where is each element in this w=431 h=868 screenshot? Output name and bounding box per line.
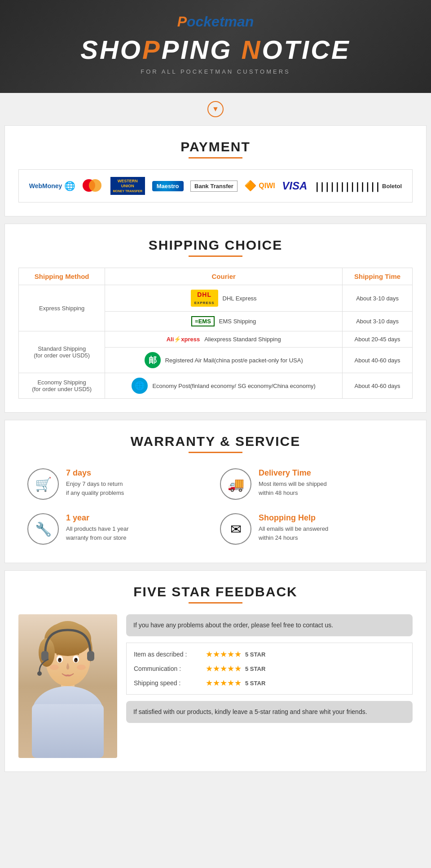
star-badge-described: 5 STAR [245, 651, 265, 658]
person-illustration [21, 614, 115, 758]
svg-point-12 [75, 658, 77, 660]
stars-shipping: ★★★★★ [206, 678, 242, 688]
method-economy: Economy Shipping (for order under USD5) [19, 373, 105, 399]
economy-label: Economy Post(finland economy/ SG economy… [152, 383, 315, 389]
method-standard: Standard Shipping (for order over USD5) [19, 331, 105, 373]
star-badge-communication: 5 STAR [245, 665, 265, 672]
maestro-label: Maestro [152, 181, 184, 191]
time-dhl: About 3-10 days [343, 285, 413, 312]
time-economy: About 40-60 days [343, 373, 413, 399]
webmoney-label: WebMoney [29, 182, 62, 189]
header-subtitle: FOR ALL POCKETMAN CUSTOMERS [9, 68, 422, 75]
feedback-title: FIVE STAR FEEDBACK [18, 584, 413, 599]
warranty-help-title: Shopping Help [259, 513, 328, 523]
shipping-underline [189, 256, 242, 257]
qiwi-label: QIWI [259, 182, 275, 190]
time-ali: About 20-45 days [343, 331, 413, 348]
rating-row-shipping: Shipping speed : ★★★★★ 5 STAR [134, 678, 405, 688]
arrow-divider: ▼ [0, 93, 431, 125]
chinapost-icon: 邮 [145, 352, 161, 368]
warranty-item-delivery: 🚚 Delivery Time Most items will be shipp… [220, 468, 404, 500]
rating-label-communication: Communication : [134, 665, 206, 672]
svg-rect-14 [87, 651, 94, 661]
ratings-box: Item as described : ★★★★★ 5 STAR Communi… [126, 643, 413, 695]
warranty-help-desc: All emails will be answeredwithin 24 hou… [259, 524, 328, 542]
shipping-table: Shipping Method Courier Shipping Time Ex… [18, 268, 413, 399]
shipping-section: SHIPPING CHOICE Shipping Method Courier … [4, 224, 427, 413]
courier-dhl: DHLEXPRESS DHL Express [105, 285, 343, 312]
payment-bank-transfer: Bank Transfer [190, 181, 237, 192]
payment-section: PAYMENT WebMoney 🌐 WESTERNUNIONMONEY TRA… [4, 125, 427, 216]
boletol-barcode: ||||||||||||| [314, 181, 380, 192]
ems-label: EMS Shipping [219, 318, 256, 325]
person-photo [18, 614, 117, 758]
payment-mastercard [83, 179, 103, 193]
payment-title: PAYMENT [18, 139, 413, 154]
qiwi-icon: 🔶 [244, 180, 256, 192]
table-row: Express Shipping DHLEXPRESS DHL Express … [19, 285, 413, 312]
payment-visa: VISA [282, 180, 307, 192]
highlight-p: P [142, 35, 162, 64]
time-ems: About 3-10 days [343, 312, 413, 331]
col-time: Shipping Time [343, 268, 413, 285]
bank-transfer-label: Bank Transfer [190, 181, 237, 192]
ali-badge: Ali⚡xpress [167, 336, 200, 343]
col-courier: Courier [105, 268, 343, 285]
warranty-item-help: ✉ Shopping Help All emails will be answe… [220, 513, 404, 545]
arrow-circle-icon: ▼ [207, 101, 224, 117]
feedback-underline [189, 602, 242, 604]
warranty-return-text: 7 days Enjoy 7 days to returnif any qual… [66, 468, 124, 497]
table-row: Standard Shipping (for order over USD5) … [19, 331, 413, 348]
rating-row-communication: Communication : ★★★★★ 5 STAR [134, 664, 405, 674]
payment-maestro: Maestro [152, 181, 184, 191]
warranty-mail-icon: ✉ [220, 513, 251, 545]
feedback-right: If you have any problems about the order… [126, 614, 413, 758]
col-method: Shipping Method [19, 268, 105, 285]
payment-boletol: ||||||||||||| Boletol [314, 181, 402, 192]
time-chinapost: About 40-60 days [343, 348, 413, 373]
feedback-content: If you have any problems about the order… [18, 614, 413, 758]
warranty-item-return: 🛒 7 days Enjoy 7 days to returnif any qu… [27, 468, 211, 500]
payment-qiwi: 🔶 QIWI [244, 180, 275, 192]
courier-chinapost: 邮 Registered Air Mail(china post/e packe… [105, 348, 343, 373]
chinapost-label: Registered Air Mail(china post/e packet-… [165, 357, 303, 364]
un-icon: 🌐 [132, 378, 148, 394]
webmoney-globe-icon: 🌐 [64, 181, 75, 191]
method-express: Express Shipping [19, 285, 105, 331]
feedback-section: FIVE STAR FEEDBACK [4, 570, 427, 772]
stars-described: ★★★★★ [206, 649, 242, 659]
warranty-title: WARRANTY & SERVICE [18, 434, 413, 449]
warranty-cart-icon: 🛒 [27, 468, 59, 500]
payment-underline [189, 157, 242, 159]
feedback-bubble-bottom: If satisfied with our products, kindly l… [126, 701, 413, 723]
svg-point-16 [50, 665, 59, 670]
warranty-delivery-text: Delivery Time Most items will be shipped… [259, 468, 327, 497]
stars-communication: ★★★★★ [206, 664, 242, 674]
dhl-label: DHL Express [223, 295, 257, 302]
dhl-badge: DHLEXPRESS [191, 290, 218, 307]
warranty-year-text: 1 year All products have 1 yearwarranty … [66, 513, 128, 542]
warranty-grid: 🛒 7 days Enjoy 7 days to returnif any qu… [18, 464, 413, 549]
brand-name: ocketman [187, 13, 254, 30]
warranty-tools-icon: 🔧 [27, 513, 59, 545]
warranty-delivery-title: Delivery Time [259, 468, 327, 478]
svg-point-15 [37, 671, 42, 676]
boletol-label: Boletol [382, 183, 402, 189]
courier-economy: 🌐 Economy Post(finland economy/ SG econo… [105, 373, 343, 399]
warranty-underline [189, 452, 242, 453]
ems-badge: ≡EMS [191, 316, 215, 326]
warranty-item-warranty: 🔧 1 year All products have 1 yearwarrant… [27, 513, 211, 545]
mastercard-logo [83, 179, 103, 193]
highlight-n: N [242, 35, 262, 64]
payment-western-union: WESTERNUNIONMONEY TRANSFER [110, 177, 145, 195]
western-union-label: WESTERNUNIONMONEY TRANSFER [110, 177, 145, 195]
svg-rect-3 [32, 704, 104, 758]
main-title: SHOPPING NOTICE [9, 35, 422, 65]
rating-row-described: Item as described : ★★★★★ 5 STAR [134, 649, 405, 659]
courier-aliexpress: Ali⚡xpress Aliexpress Standard Shipping [105, 331, 343, 348]
svg-point-17 [77, 665, 86, 670]
brand-logo: Pocketman [177, 13, 254, 30]
rating-label-shipping: Shipping speed : [134, 679, 206, 687]
header-section: Pocketman SHOPPING NOTICE FOR ALL POCKET… [0, 0, 431, 93]
warranty-year-title: 1 year [66, 513, 128, 523]
